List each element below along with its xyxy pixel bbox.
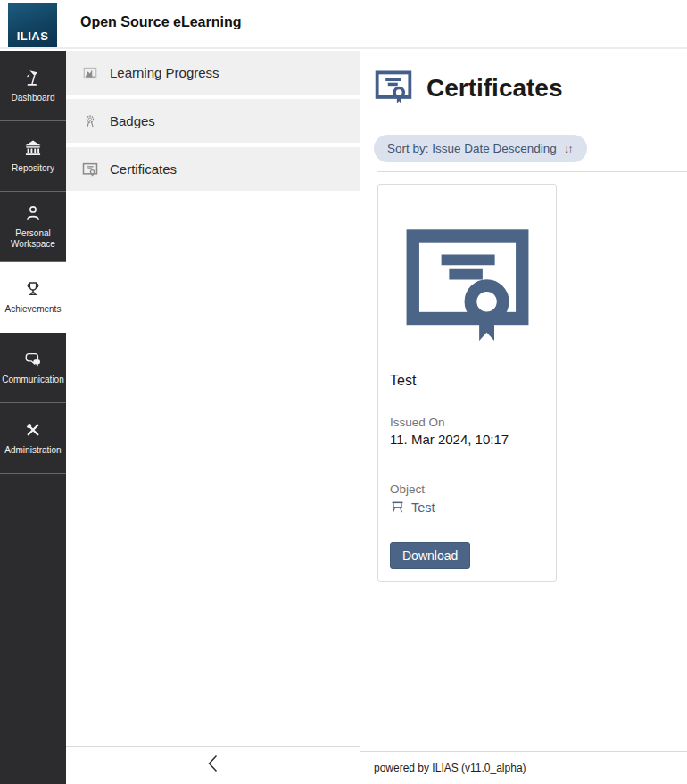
sidebar-item-communication[interactable]: Communication — [0, 333, 66, 403]
sidebar-item-personal-workspace[interactable]: Personal Workspace — [0, 192, 66, 262]
slate-item-label: Certificates — [110, 161, 177, 177]
sort-by-button[interactable]: Sort by: Issue Date Descending ↓↑ — [374, 135, 587, 162]
sidebar-item-dashboard[interactable]: Dashboard — [0, 51, 66, 121]
sidebar-item-administration[interactable]: Administration — [0, 403, 66, 474]
top-bar: ILIAS Open Source eLearning — [0, 0, 687, 49]
badge-icon — [82, 113, 98, 129]
sort-arrows-icon: ↓↑ — [564, 142, 574, 155]
sidebar-item-repository[interactable]: Repository — [0, 121, 66, 192]
sidebar-item-label: Repository — [12, 163, 54, 174]
download-button[interactable]: Download — [390, 542, 470, 569]
object-row: Test — [390, 499, 544, 515]
certificate-icon — [374, 67, 413, 110]
slate-item-certificates[interactable]: Certificates — [66, 147, 360, 191]
page-title: Open Source eLearning — [80, 14, 241, 30]
chat-icon — [23, 350, 43, 369]
main-layout: Dashboard Repository — [0, 51, 687, 784]
achievements-slate-panel: Learning Progress Badges — [66, 51, 360, 784]
certificate-icon — [82, 161, 98, 177]
slate-item-label: Learning Progress — [110, 65, 219, 80]
certificate-card-body: Test Issued On 11. Mar 2024, 10:17 Objec… — [378, 373, 556, 569]
tools-icon — [23, 420, 43, 440]
collapse-panel-button[interactable] — [66, 746, 360, 784]
content-header: Certificates — [374, 67, 687, 110]
footer: powered by ILIAS (v11.0_alpha) — [360, 751, 687, 784]
powered-by-text: powered by ILIAS (v11.0_alpha) — [374, 762, 526, 774]
person-icon — [23, 203, 43, 223]
slate-item-learning-progress[interactable]: Learning Progress — [66, 51, 360, 95]
ilias-logo-text: ILIAS — [17, 29, 49, 43]
certificate-card: Test Issued On 11. Mar 2024, 10:17 Objec… — [377, 184, 557, 582]
certificate-icon — [401, 215, 534, 351]
object-label: Object — [390, 483, 544, 496]
object-link[interactable]: Test — [411, 500, 435, 515]
content-title: Certificates — [426, 74, 563, 103]
chevron-left-icon — [207, 755, 219, 776]
sidebar-item-achievements[interactable]: Achievements — [0, 262, 66, 333]
main-sidebar: Dashboard Repository — [0, 51, 66, 784]
test-object-icon — [390, 499, 405, 515]
sort-by-label: Sort by: Issue Date Descending — [387, 142, 557, 155]
trophy-icon — [23, 279, 43, 299]
divider — [377, 171, 687, 172]
sidebar-item-label: Communication — [2, 375, 63, 385]
issued-on-label: Issued On — [390, 416, 544, 429]
issued-on-value: 11. Mar 2024, 10:17 — [390, 432, 544, 447]
sidebar-item-label: Personal Workspace — [0, 228, 66, 250]
certificate-title: Test — [390, 373, 544, 389]
bank-icon — [23, 138, 43, 158]
sidebar-item-label: Administration — [4, 445, 61, 456]
ilias-logo[interactable]: ILIAS — [8, 3, 57, 47]
area-chart-icon — [82, 65, 98, 81]
lamp-icon — [23, 68, 43, 87]
slate-item-label: Badges — [110, 113, 155, 128]
sidebar-item-label: Dashboard — [12, 93, 55, 103]
content-area: Certificates Sort by: Issue Date Descend… — [360, 51, 687, 784]
sidebar-item-label: Achievements — [5, 304, 62, 315]
slate-item-badges[interactable]: Badges — [66, 99, 360, 143]
